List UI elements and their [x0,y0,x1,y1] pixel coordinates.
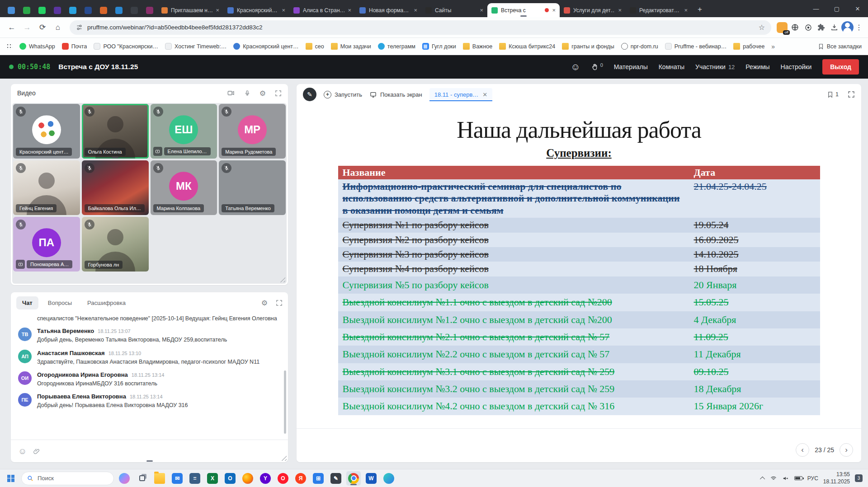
bookmark-item[interactable]: Гугл доки [422,43,456,50]
browser-tab[interactable]: Алиса в Стран… × [289,3,355,17]
tab-close-icon[interactable]: × [618,7,622,14]
taskbar-app-icon[interactable]: O [276,471,290,486]
video-tile[interactable]: Гейнц Евгения [13,160,80,215]
video-tile[interactable]: Горбунова лн [82,217,149,272]
bookmark-item[interactable]: телеграмм [378,43,415,50]
video-expand-icon[interactable] [275,90,282,97]
browser-tab[interactable]: Красноярский… × [223,3,289,17]
attachment-icon[interactable] [33,448,40,455]
notification-count-badge[interactable]: 3 [855,474,863,482]
maximize-button[interactable]: ▢ [826,0,847,17]
video-tile[interactable]: Байкалова Ольга Ил… [82,160,149,215]
taskbar-app-icon[interactable]: ✉ [170,471,184,486]
chat-expand-icon[interactable] [276,300,283,306]
share-screen-button[interactable]: Показать экран [369,91,422,98]
reactions-icon[interactable]: ☺ [571,61,580,72]
bookmarks-overflow-icon[interactable]: » [771,43,775,50]
bookmark-item[interactable]: рабочее [733,43,764,50]
pinned-tab[interactable] [34,4,50,17]
chat-message-list[interactable]: специалистов "Нежелательное поведение" [… [11,315,283,438]
bookmark-item[interactable]: Хостинг Timeweb:… [165,43,226,50]
browser-tab[interactable]: Услуги для дет… × [560,3,626,17]
browser-menu-icon[interactable]: ⋮ [854,23,863,32]
site-info-icon[interactable] [76,24,83,31]
taskbar-app-icon[interactable] [382,471,396,486]
bookmark-star-icon[interactable]: ☆ [759,23,765,32]
pinned-tab[interactable] [19,4,34,17]
download-icon[interactable] [828,21,840,33]
draw-tools-button[interactable]: ✎ [303,88,316,101]
tray-network-icon[interactable] [770,475,777,482]
bookmark-item[interactable]: Красноярский цент… [233,43,298,50]
pinned-tab[interactable] [111,4,127,17]
pinned-tab[interactable] [142,4,157,17]
header-nav-item[interactable]: Настройки [781,63,812,70]
forward-icon[interactable]: → [20,20,34,35]
pinned-tab[interactable] [65,4,80,17]
hidden-icons-chevron-icon[interactable] [760,476,765,481]
header-nav-item[interactable]: Участники 12 [695,63,735,70]
new-tab-button[interactable]: + [693,3,706,16]
taskbar-search[interactable]: Поиск [21,472,114,485]
video-tile[interactable]: Татьяна Веременко [219,160,286,215]
taskbar-clock[interactable]: 13:55 18.11.2025 [823,471,850,485]
launch-button[interactable]: + Запустить [324,91,362,98]
extensions-puzzle-icon[interactable] [815,21,827,33]
pinned-tab[interactable] [80,4,96,17]
chat-tab[interactable]: Вопросы [42,296,78,309]
pinned-tab[interactable] [50,4,65,17]
header-nav-item[interactable]: Комнаты [659,63,684,70]
extension-globe-icon[interactable] [789,21,801,33]
bookmark-item[interactable]: Pruffme - вебинар… [665,43,726,50]
bookmark-item[interactable]: РОО "Красноярски… [94,43,158,50]
bookmark-item[interactable]: Мои задачи [331,43,371,50]
emoji-icon[interactable]: ☺ [18,446,27,456]
bookmark-item[interactable]: Ксюша битрикс24 [499,43,555,50]
bookmark-item[interactable]: Важное [463,43,492,50]
next-slide-icon[interactable]: › [840,443,853,457]
taskbar-app-icon[interactable]: = [188,471,202,486]
exit-button[interactable]: Выход [822,59,859,75]
taskbar-app-icon[interactable] [241,471,255,486]
bookmark-item[interactable]: npr-dom.ru [621,43,658,50]
close-button[interactable]: ✕ [847,0,868,17]
header-nav-item[interactable]: Материалы [614,63,648,70]
tray-volume-muted-icon[interactable] [782,475,789,482]
language-indicator[interactable]: РУС [807,475,818,482]
browser-tab[interactable]: Редактироват… × [626,3,692,17]
video-tile[interactable]: ЕШ Елена Шепило… [151,104,217,159]
chat-input[interactable] [47,445,281,458]
bookmark-item[interactable]: гранты и фонды [562,43,614,50]
tab-close-icon[interactable]: × [684,7,688,14]
taskbar-app-icon[interactable]: X [205,471,220,486]
slide-bookmarks-button[interactable]: 1 [827,91,839,98]
video-tile[interactable]: Ольга Костина [82,104,149,159]
bookmark-item[interactable]: WhatsApp [19,43,55,50]
taskbar-app-icon[interactable]: Y [258,471,273,486]
video-settings-gear-icon[interactable]: ⚙ [259,89,266,98]
url-bar[interactable]: pruffme.com/webinar/?id=ab50eedbb4bee8ef… [70,20,771,35]
bookmark-item[interactable]: Почта [62,43,87,50]
presentation-expand-icon[interactable] [848,91,855,98]
browser-tab[interactable]: Сайты × [421,3,487,17]
pinned-tab[interactable] [4,4,19,17]
camera-icon[interactable] [227,89,235,97]
extension-camera-icon[interactable] [802,21,814,33]
home-icon[interactable]: ⌂ [51,20,65,35]
header-nav-item[interactable]: Режимы [745,63,769,70]
mic-icon[interactable] [244,89,250,97]
video-tile[interactable]: МК Марина Колпакова [151,160,217,215]
browser-tab[interactable]: Встреча с × [487,3,560,17]
chat-tab[interactable]: Расшифровка [81,296,132,309]
taskbar-app-icon[interactable]: ⊞ [311,471,326,486]
video-tile[interactable]: МР Марина Рудометова [219,104,286,159]
prev-slide-icon[interactable]: ‹ [796,443,809,457]
browser-tab[interactable]: Приглашаем н… × [157,3,223,17]
tab-close-icon[interactable]: × [480,7,483,14]
tab-close-icon[interactable]: × [552,7,556,14]
tab-close-icon[interactable]: × [414,7,417,14]
extension-vpn-icon[interactable]: off [776,21,788,33]
pinned-tab[interactable] [127,4,142,17]
taskbar-app-icon[interactable]: W [364,471,378,486]
start-button[interactable] [4,471,18,486]
